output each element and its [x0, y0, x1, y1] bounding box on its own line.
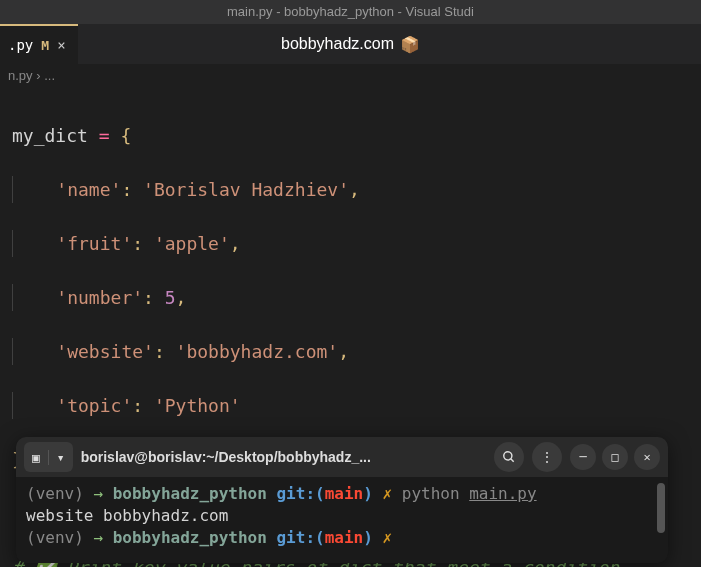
code-line: 'fruit': 'apple',	[0, 230, 701, 257]
terminal-titlebar[interactable]: ▣ ▾ borislav@borislav:~/Desktop/bobbyhad…	[16, 437, 668, 477]
search-icon[interactable]	[494, 442, 524, 472]
code-line: 'topic': 'Python'	[0, 392, 701, 419]
menu-icon[interactable]: ⋮	[532, 442, 562, 472]
editor-tab[interactable]: .py M ×	[0, 24, 78, 64]
code-line: 'website': 'bobbyhadz.com',	[0, 338, 701, 365]
close-icon[interactable]: ✕	[634, 444, 660, 470]
terminal-body[interactable]: (venv) → bobbyhadz_python git:(main) ✗ p…	[16, 477, 668, 563]
chevron-down-icon[interactable]: ▾	[49, 450, 73, 465]
terminal-window: ▣ ▾ borislav@borislav:~/Desktop/bobbyhad…	[16, 437, 668, 563]
svg-line-1	[511, 459, 514, 462]
terminal-scrollbar[interactable]	[657, 483, 665, 533]
minimize-icon[interactable]: ─	[570, 444, 596, 470]
box-icon: 📦	[400, 35, 420, 54]
breadcrumb-file: n.py	[8, 68, 33, 83]
site-title: bobbyhadz.com	[281, 35, 394, 53]
breadcrumb[interactable]: n.py › ...	[0, 64, 701, 87]
tab-modified-indicator: M	[41, 38, 49, 53]
maximize-icon[interactable]: □	[602, 444, 628, 470]
new-tab-icon[interactable]: ▣	[24, 450, 49, 465]
breadcrumb-sep: ›	[36, 68, 40, 83]
breadcrumb-rest: ...	[44, 68, 55, 83]
terminal-line: website bobbyhadz.com	[26, 505, 658, 527]
tab-bar: .py M × bobbyhadz.com 📦	[0, 24, 701, 64]
terminal-new-tab-group[interactable]: ▣ ▾	[24, 442, 73, 472]
code-line: 'name': 'Borislav Hadzhiev',	[0, 176, 701, 203]
tab-label: .py	[8, 37, 33, 53]
code-line: 'number': 5,	[0, 284, 701, 311]
code-line: my_dict = {	[0, 122, 701, 149]
window-titlebar: main.py - bobbyhadz_python - Visual Stud…	[0, 0, 701, 24]
svg-point-0	[504, 452, 512, 460]
center-title: bobbyhadz.com 📦	[281, 24, 420, 64]
terminal-line: (venv) → bobbyhadz_python git:(main) ✗	[26, 527, 658, 549]
terminal-line: (venv) → bobbyhadz_python git:(main) ✗ p…	[26, 483, 658, 505]
terminal-title: borislav@borislav:~/Desktop/bobbyhadz_..…	[81, 449, 486, 465]
tab-close-icon[interactable]: ×	[57, 37, 65, 53]
